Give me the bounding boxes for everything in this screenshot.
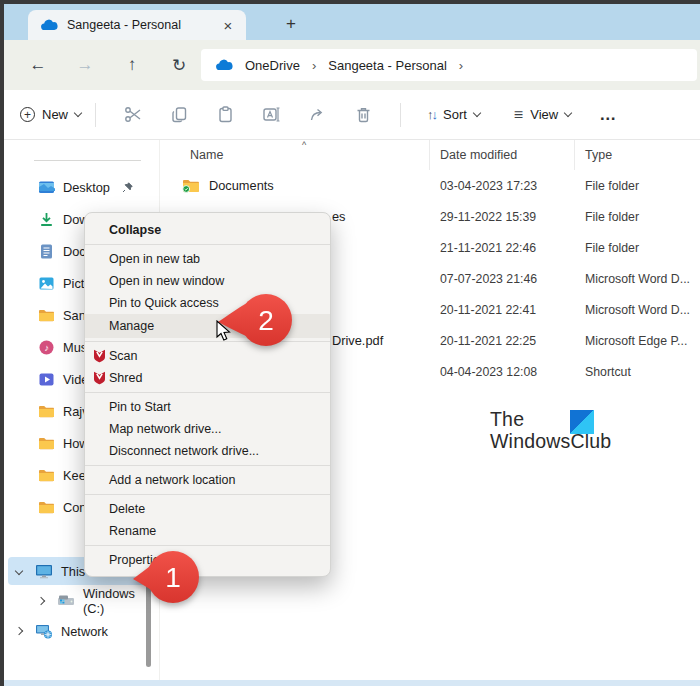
rename-icon [262, 105, 281, 124]
chevron-down-icon[interactable] [15, 567, 23, 575]
delete-button[interactable] [353, 105, 373, 125]
mcafee-shield-icon [93, 349, 106, 363]
breadcrumb-current[interactable]: Sangeeta - Personal [324, 58, 451, 73]
menu-item-rename[interactable]: Rename [85, 520, 330, 542]
chevron-right-icon[interactable] [37, 597, 45, 605]
cut-button[interactable] [123, 105, 143, 125]
logo-text-line1: The [490, 408, 640, 430]
screenshot-frame: Sangeeta - Personal × + ← → ↑ ↻ OneDrive… [0, 0, 700, 686]
sidebar-item-desktop[interactable]: Desktop [4, 171, 159, 203]
sidebar-item-network[interactable]: Network [8, 617, 145, 645]
downloads-icon [38, 211, 55, 228]
chevron-down-icon [74, 109, 82, 117]
documents-icon [38, 243, 55, 260]
svg-text:1: 1 [165, 562, 181, 593]
network-icon [35, 622, 53, 640]
copy-icon [170, 105, 189, 124]
rename-button[interactable] [261, 105, 281, 125]
copy-button[interactable] [169, 105, 189, 125]
menu-item-open-new-tab[interactable]: Open in new tab [85, 248, 330, 270]
navigation-bar: ← → ↑ ↻ OneDrive › Sangeeta - Personal › [4, 40, 700, 90]
column-header-date-modified[interactable]: Date modified [430, 140, 575, 170]
breadcrumb-separator: › [451, 58, 471, 73]
address-bar[interactable]: OneDrive › Sangeeta - Personal › [201, 49, 697, 81]
onedrive-cloud-icon [215, 59, 233, 71]
menu-separator [85, 494, 330, 495]
menu-item-add-network-location[interactable]: Add a network location [85, 469, 330, 491]
drive-icon [57, 592, 75, 610]
sort-button[interactable]: ↑↓ Sort [427, 107, 480, 122]
column-headers: Name ^ Date modified Type [160, 140, 700, 170]
menu-item-properties[interactable]: Properties [85, 549, 330, 571]
paste-button[interactable] [215, 105, 235, 125]
window-bottom-edge [4, 680, 700, 686]
share-icon [308, 105, 327, 124]
view-lines-icon: ≡ [514, 106, 523, 124]
chevron-down-icon [473, 109, 481, 117]
menu-item-open-new-window[interactable]: Open in new window [85, 270, 330, 292]
file-row-documents[interactable]: Documents 03-04-2023 17:23 File folder [160, 170, 700, 201]
sort-arrows-icon: ↑↓ [427, 107, 436, 122]
more-options-button[interactable]: … [599, 105, 617, 125]
toolbar-divider [95, 103, 96, 127]
mouse-cursor-icon [214, 320, 234, 342]
new-button-label: New [42, 107, 68, 122]
column-header-name[interactable]: Name ^ [160, 140, 430, 170]
forward-icon[interactable]: → [75, 55, 95, 75]
menu-item-pin-to-start[interactable]: Pin to Start [85, 396, 330, 418]
folder-icon [38, 435, 55, 452]
logo-text-line2: WindowsClub [490, 430, 640, 452]
column-header-type[interactable]: Type [575, 140, 700, 170]
menu-separator [85, 545, 330, 546]
menu-separator [85, 465, 330, 466]
tab-close-icon[interactable]: × [218, 15, 238, 35]
tab-title: Sangeeta - Personal [67, 18, 218, 32]
context-menu: Collapse Open in new tab Open in new win… [84, 212, 331, 577]
folder-synced-icon [182, 178, 200, 193]
scissors-icon [124, 105, 143, 124]
pin-icon [122, 182, 133, 193]
thewindowsclub-logo: The WindowsClub [490, 408, 640, 452]
breadcrumb-onedrive[interactable]: OneDrive [241, 58, 304, 73]
annotation-balloon-1: 1 [129, 550, 205, 606]
share-button[interactable] [307, 105, 327, 125]
svg-text:2: 2 [258, 305, 274, 336]
menu-item-disconnect-network-drive[interactable]: Disconnect network drive... [85, 440, 330, 462]
back-icon[interactable]: ← [28, 55, 48, 75]
plus-circle-icon: + [20, 107, 35, 122]
svg-text:♪: ♪ [44, 342, 49, 353]
tab-bar: Sangeeta - Personal × + [4, 4, 700, 40]
new-button[interactable]: + New [20, 107, 81, 122]
sidebar-item-windows-c[interactable]: Windows (C:) [30, 587, 145, 615]
folder-icon [38, 307, 55, 324]
onedrive-cloud-icon [40, 19, 58, 31]
videos-icon [38, 371, 55, 388]
menu-item-map-network-drive[interactable]: Map network drive... [85, 418, 330, 440]
desktop-icon [38, 179, 55, 196]
chevron-right-icon[interactable] [15, 627, 23, 635]
folder-icon [38, 403, 55, 420]
toolbar-divider [400, 103, 401, 127]
mcafee-shield-icon [93, 371, 106, 385]
menu-item-shred[interactable]: Shred [85, 367, 330, 389]
sidebar-divider [34, 160, 141, 161]
folder-icon [38, 467, 55, 484]
sort-button-label: Sort [443, 107, 467, 122]
explorer-tab[interactable]: Sangeeta - Personal × [28, 10, 246, 40]
menu-item-delete[interactable]: Delete [85, 498, 330, 520]
command-toolbar: + New ↑↓ [4, 90, 700, 140]
menu-separator [85, 244, 330, 245]
folder-icon [38, 499, 55, 516]
new-tab-button[interactable]: + [280, 13, 302, 35]
thewindowsclub-logo-icon [570, 410, 594, 434]
sort-ascending-icon: ^ [302, 140, 306, 150]
pictures-icon [38, 275, 55, 292]
refresh-icon[interactable]: ↻ [169, 55, 189, 76]
menu-separator [85, 392, 330, 393]
menu-item-collapse[interactable]: Collapse [85, 218, 330, 241]
breadcrumb-separator: › [304, 58, 324, 73]
view-button-label: View [530, 107, 558, 122]
up-icon[interactable]: ↑ [122, 55, 142, 75]
view-button[interactable]: ≡ View [514, 106, 571, 124]
paste-icon [216, 105, 235, 124]
